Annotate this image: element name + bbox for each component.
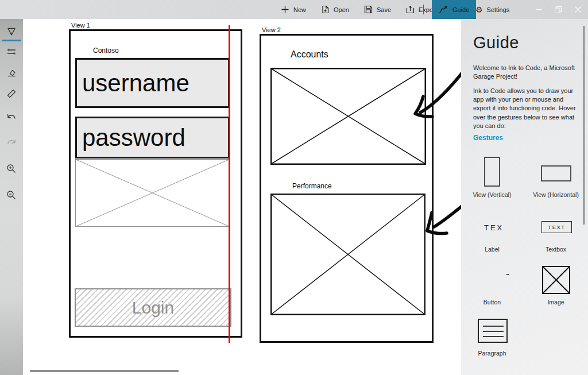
guide-welcome-text: Welcome to Ink to Code, a Microsoft Gara…: [473, 64, 578, 81]
undo-icon: [6, 112, 17, 122]
zoom-in-icon: [6, 164, 17, 174]
export-icon: [406, 5, 415, 14]
save-button-label: Save: [377, 6, 391, 13]
horizontal-scrollbar-thumb[interactable]: [30, 370, 179, 372]
button-gesture-icon[interactable]: [506, 274, 509, 275]
pen-icon: [6, 26, 17, 37]
view-horizontal-gesture-icon[interactable]: [541, 165, 571, 181]
zoom-out-button[interactable]: [6, 190, 17, 200]
textbox-gesture-icon[interactable]: TEXT: [541, 221, 572, 233]
minimize-button[interactable]: [530, 0, 547, 19]
paragraph-line: [483, 336, 504, 337]
settings-button[interactable]: ⚙ Settings: [470, 0, 515, 19]
paragraph-gesture-icon[interactable]: [478, 319, 508, 343]
guide-panel: Guide Welcome to Ink to Code, a Microsof…: [461, 19, 588, 375]
gesture-label: View (Vertical): [461, 191, 524, 198]
minimize-icon: [536, 6, 542, 13]
toolbar-separator: [423, 5, 424, 14]
guide-button-label: Guide: [452, 6, 469, 13]
view-vertical-gesture-icon[interactable]: [484, 157, 500, 187]
paragraph-line: [483, 326, 504, 327]
plus-icon: [281, 5, 289, 14]
open-button-label: Open: [334, 6, 349, 13]
gesture-label: Paragraph: [461, 350, 524, 357]
title-bar: New Open Save: [0, 0, 588, 19]
ruler-icon: [6, 88, 17, 98]
pen-tool-button[interactable]: [6, 26, 17, 37]
close-icon: [575, 6, 581, 13]
restore-button[interactable]: [550, 0, 567, 19]
new-button[interactable]: New: [280, 0, 307, 19]
open-file-icon: [321, 5, 330, 14]
guide-panel-title: Guide: [473, 33, 519, 52]
save-button[interactable]: Save: [363, 0, 392, 19]
gesture-label: Label: [461, 246, 524, 253]
gear-icon: ⚙: [475, 6, 483, 14]
ink-arrow-strokes[interactable]: [23, 19, 461, 375]
ruler-tool-button[interactable]: [6, 88, 17, 98]
eraser-icon: [6, 67, 17, 78]
image-x-icon: [542, 266, 570, 294]
restore-icon: [555, 6, 562, 13]
guide-intro-text: Ink to Code allows you to draw your app …: [473, 87, 578, 130]
redo-button[interactable]: [6, 137, 17, 148]
paragraph-line: [483, 331, 504, 332]
open-button[interactable]: Open: [320, 0, 350, 19]
selected-tool-indicator: [2, 40, 21, 41]
image-gesture-icon[interactable]: [542, 266, 570, 294]
toolbar: New Open Save: [280, 0, 438, 19]
zoom-out-icon: [6, 190, 17, 200]
gestures-heading: Gestures: [473, 134, 503, 142]
save-icon: [364, 5, 373, 14]
vertical-scrollbar-thumb[interactable]: [583, 26, 585, 225]
tool-rail: [0, 19, 23, 375]
label-gesture-icon[interactable]: TEX: [484, 223, 504, 232]
eraser-tool-button[interactable]: [6, 67, 17, 78]
new-button-label: New: [293, 6, 306, 13]
ink-stroke-icon: [439, 5, 448, 14]
close-button[interactable]: [569, 0, 586, 19]
zoom-in-button[interactable]: [6, 164, 17, 174]
gesture-label: Textbox: [524, 246, 587, 253]
textbox-glyph-text: TEXT: [548, 224, 565, 230]
ink-to-code-window: New Open Save: [0, 0, 588, 375]
redo-icon: [6, 137, 17, 148]
gesture-label: Image: [524, 299, 587, 306]
stroke-size-button[interactable]: [6, 47, 17, 57]
gesture-label: View (Horizontal): [524, 191, 587, 198]
undo-button[interactable]: [6, 112, 17, 122]
drawing-canvas[interactable]: View 1 Contoso username password Login V…: [23, 19, 461, 375]
settings-button-label: Settings: [487, 6, 510, 13]
stroke-size-icon: [6, 47, 17, 57]
gesture-label: Button: [461, 299, 524, 306]
